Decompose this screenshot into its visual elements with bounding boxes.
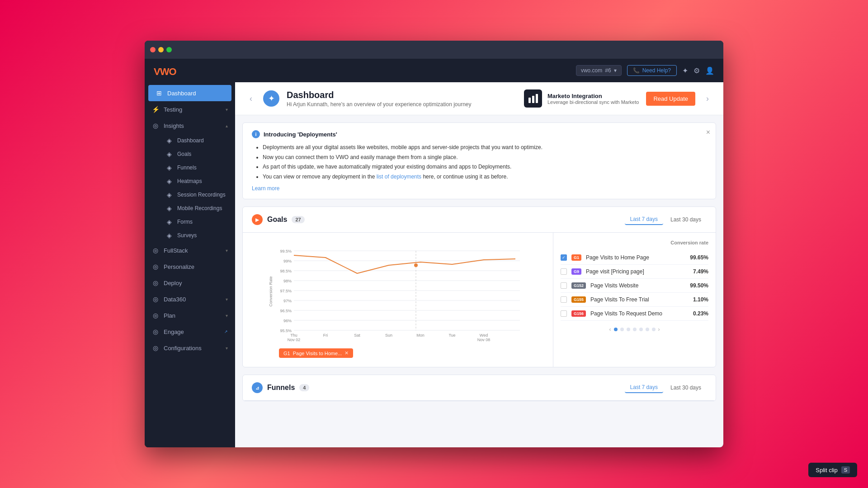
- goal-row-g155: G155 Page Visits To Free Trial 1.10%: [561, 293, 708, 307]
- heatmaps-sub-icon: ◈: [165, 178, 173, 185]
- funnels-section: ⊿ Funnels 4 Last 7 days Last 30 days: [242, 375, 716, 401]
- sparkle-icon[interactable]: ✦: [682, 66, 688, 75]
- sidebar-item-session-recordings[interactable]: ◈ Session Recordings: [158, 188, 235, 202]
- svg-text:Conversion Rate: Conversion Rate: [269, 277, 273, 307]
- goal-checkbox-g9[interactable]: [561, 268, 567, 275]
- pagination-dot-1[interactable]: [614, 328, 618, 331]
- funnels-title-group: ⊿ Funnels 4: [252, 382, 309, 393]
- funnels-tab-30days[interactable]: Last 30 days: [665, 382, 707, 393]
- conversion-rate-header: Conversion rate: [670, 240, 708, 245]
- dot-close[interactable]: [150, 47, 156, 52]
- sidebar-label-forms: Forms: [177, 219, 228, 225]
- goal-tag-g9: G9: [571, 268, 581, 275]
- dashboard-title: Dashboard: [287, 90, 472, 100]
- sidebar-label-mobile-recordings: Mobile Recordings: [177, 205, 228, 211]
- pagination-dots: ‹ ›: [561, 321, 708, 338]
- sidebar-item-heatmaps[interactable]: ◈ Heatmaps: [158, 174, 235, 188]
- sidebar-item-dashboard[interactable]: ⊞ Dashboard: [148, 85, 231, 101]
- svg-text:99.5%: 99.5%: [280, 249, 292, 253]
- goals-chart: 99.5% 99% 98.5% 98% 97.5% 97% 96.5% 96% …: [252, 242, 544, 341]
- chart-area: 99.5% 99% 98.5% 98% 97.5% 97% 96.5% 96% …: [243, 233, 553, 367]
- phone-icon: 📞: [633, 67, 640, 74]
- split-clip-label: Split clip: [816, 467, 837, 474]
- goal-tag-g152: G152: [571, 282, 586, 289]
- sidebar-item-configurations[interactable]: ◎ Configurations ▾: [145, 340, 235, 356]
- sidebar-label-configurations: Configurations: [164, 345, 221, 352]
- sidebar-item-personalize[interactable]: ◎ Personalize: [145, 258, 235, 275]
- sidebar-item-deploy[interactable]: ◎ Deploy: [145, 275, 235, 291]
- split-clip-shortcut: S: [841, 466, 850, 474]
- sidebar-label-personalize: Personalize: [164, 263, 228, 270]
- user-icon[interactable]: 👤: [705, 66, 714, 75]
- goal-checkbox-g152[interactable]: [561, 282, 567, 289]
- prev-nav-button[interactable]: ‹: [246, 92, 256, 105]
- compass-icon: ✦: [268, 94, 275, 103]
- sidebar-item-funnels[interactable]: ◈ Funnels: [158, 161, 235, 174]
- fullstack-arrow-icon: ▾: [226, 248, 228, 253]
- read-update-button[interactable]: Read Update: [646, 92, 695, 106]
- domain-text: vwo.com: [581, 67, 602, 74]
- sidebar-item-data360[interactable]: ◎ Data360 ▾: [145, 291, 235, 307]
- svg-text:Mon: Mon: [416, 333, 425, 338]
- goals-tab-30days[interactable]: Last 30 days: [665, 214, 707, 225]
- domain-selector[interactable]: vwo.com #6 ▾: [576, 65, 622, 76]
- sidebar-label-testing: Testing: [164, 106, 221, 113]
- sidebar-label-fullstack: FullStack: [164, 247, 221, 254]
- configurations-arrow-icon: ▾: [226, 346, 228, 351]
- sidebar-item-fullstack[interactable]: ◎ FullStack ▾: [145, 242, 235, 258]
- domain-count: #6: [605, 67, 611, 74]
- pagination-dot-4[interactable]: [633, 328, 637, 331]
- fullstack-icon: ◎: [152, 247, 159, 254]
- pagination-dot-3[interactable]: [627, 328, 630, 331]
- goals-title-text: Goals: [267, 216, 287, 224]
- sidebar-item-plan[interactable]: ◎ Plan ▾: [145, 307, 235, 324]
- pagination-dot-7[interactable]: [652, 328, 656, 331]
- insights-arrow-icon: ▴: [226, 123, 228, 128]
- sidebar-item-insights[interactable]: ◎ Insights ▴: [145, 117, 235, 134]
- legend-close-icon[interactable]: ✕: [344, 350, 349, 356]
- pagination-dot-2[interactable]: [620, 328, 624, 331]
- goal-tag-g1: G1: [571, 254, 581, 261]
- sidebar-item-dashboard-sub[interactable]: ◈ Dashboard: [158, 134, 235, 147]
- goal-name-g9: Page visit [Pricing page]: [586, 268, 689, 275]
- goal-checkbox-g1[interactable]: ✓: [561, 254, 567, 261]
- engage-external-icon: ↗: [224, 329, 228, 334]
- sidebar-item-goals[interactable]: ◈ Goals: [158, 147, 235, 161]
- marketo-bar-2: [532, 96, 534, 103]
- sidebar-item-mobile-recordings[interactable]: ◈ Mobile Recordings: [158, 202, 235, 215]
- dot-maximize[interactable]: [166, 47, 172, 52]
- need-help-button[interactable]: 📞 Need Help?: [627, 65, 677, 76]
- close-button[interactable]: ×: [706, 128, 710, 136]
- goals-tab-7days[interactable]: Last 7 days: [625, 214, 663, 225]
- goal-rate-g152: 99.50%: [690, 282, 708, 289]
- pagination-next[interactable]: ›: [658, 326, 660, 333]
- dashboard-subtitle: Hi Arjun Kunnath, here's an overview of …: [287, 101, 472, 108]
- dashboard-sub-icon: ◈: [165, 137, 173, 144]
- svg-point-29: [414, 263, 418, 267]
- pagination-dot-5[interactable]: [639, 328, 643, 331]
- marketo-info: Marketo Integration Leverage bi-directio…: [547, 93, 639, 105]
- deployments-link[interactable]: list of deployments: [377, 174, 421, 180]
- testing-arrow-icon: ▾: [226, 107, 228, 112]
- sidebar-item-forms[interactable]: ◈ Forms: [158, 215, 235, 229]
- dot-minimize[interactable]: [158, 47, 164, 52]
- goal-checkbox-g156[interactable]: [561, 310, 567, 317]
- settings-icon[interactable]: ⚙: [693, 66, 700, 75]
- mobile-rec-icon: ◈: [165, 205, 173, 212]
- sidebar-item-engage[interactable]: ◎ Engage ↗: [145, 324, 235, 340]
- sidebar-item-surveys[interactable]: ◈ Surveys: [158, 229, 235, 242]
- funnels-header: ⊿ Funnels 4 Last 7 days Last 30 days: [243, 375, 716, 401]
- funnels-tab-7days[interactable]: Last 7 days: [625, 382, 663, 393]
- next-nav-button[interactable]: ›: [703, 92, 712, 105]
- pagination-dot-6[interactable]: [646, 328, 649, 331]
- info-bullet-3: As part of this update, we have automati…: [263, 162, 707, 172]
- dashboard-icon: ⊞: [156, 89, 163, 97]
- marketo-icon: [524, 89, 542, 108]
- learn-more-link[interactable]: Learn more: [252, 185, 707, 192]
- legend-item-g1[interactable]: G1 Page Visits to Home... ✕: [279, 348, 353, 358]
- svg-text:Nov 08: Nov 08: [477, 338, 491, 341]
- pagination-prev[interactable]: ‹: [609, 326, 611, 333]
- goals-count-badge: 27: [292, 216, 304, 223]
- sidebar-item-testing[interactable]: ⚡ Testing ▾: [145, 101, 235, 117]
- goal-checkbox-g155[interactable]: [561, 296, 567, 303]
